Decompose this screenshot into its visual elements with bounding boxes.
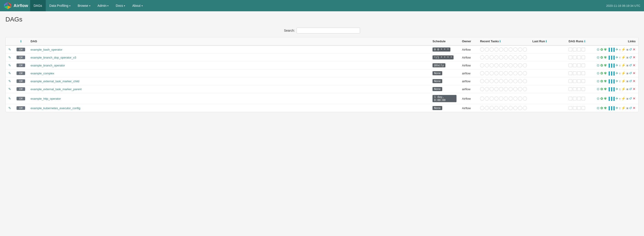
task-circle[interactable] [499, 55, 503, 59]
task-circle[interactable] [508, 55, 513, 59]
gantt-chart-icon[interactable]: ▐▐▐ [608, 87, 615, 91]
tries-icon[interactable]: ⚡ [621, 71, 626, 75]
dag-run-square[interactable] [582, 97, 585, 100]
code-icon[interactable]: ≡ [626, 64, 628, 67]
task-circle[interactable] [513, 71, 518, 75]
landing-times-icon[interactable]: ✈ [616, 63, 618, 67]
task-circle[interactable] [494, 97, 498, 101]
task-duration-icon[interactable]: ↑ [619, 64, 621, 67]
tries-icon[interactable]: ⚡ [621, 63, 626, 67]
graph-view-icon[interactable]: ✾ [604, 106, 607, 110]
nav-item-data-profiling[interactable]: Data Profiling ▾ [46, 0, 74, 11]
graph-view-icon[interactable]: ✾ [604, 79, 607, 83]
dag-link[interactable]: example_branch_dop_operator_v3 [30, 56, 76, 59]
tries-icon[interactable]: ⚡ [621, 87, 626, 91]
delete-icon[interactable]: ✕ [633, 97, 636, 101]
task-circle[interactable] [499, 79, 503, 83]
edit-icon[interactable]: ✎ [8, 71, 11, 75]
nav-item-admin[interactable]: Admin ▾ [94, 0, 112, 11]
code-icon[interactable]: ≡ [626, 97, 628, 101]
refresh-icon[interactable]: ↺ [629, 47, 632, 52]
dag-run-square[interactable] [568, 106, 572, 110]
tries-icon[interactable]: ⚡ [621, 55, 626, 59]
landing-times-icon[interactable]: ✈ [616, 55, 618, 59]
code-icon[interactable]: ≡ [626, 56, 628, 59]
tries-icon[interactable]: ⚡ [621, 79, 626, 83]
task-circle[interactable] [513, 106, 518, 110]
graph-view-icon[interactable]: ✾ [604, 63, 607, 67]
task-circle[interactable] [504, 63, 508, 67]
edit-icon[interactable]: ✎ [8, 56, 11, 59]
edit-icon[interactable]: ✎ [8, 79, 11, 83]
task-duration-icon[interactable]: ↑ [619, 48, 621, 52]
edit-icon[interactable]: ✎ [8, 106, 11, 110]
dag-run-square[interactable] [573, 97, 576, 100]
dag-toggle-button[interactable]: Off [16, 79, 25, 83]
dag-toggle-button[interactable]: Off [16, 48, 25, 51]
dag-run-square[interactable] [573, 64, 576, 67]
task-circle[interactable] [480, 55, 484, 59]
delete-icon[interactable]: ✕ [633, 79, 636, 83]
task-circle[interactable] [504, 55, 508, 59]
trigger-dag-icon[interactable]: ⊙ [597, 106, 600, 110]
dag-run-square[interactable] [582, 48, 585, 51]
trigger-dag-icon[interactable]: ⊙ [597, 63, 600, 67]
task-circle[interactable] [504, 71, 508, 75]
task-circle[interactable] [499, 63, 503, 67]
edit-icon[interactable]: ✎ [8, 97, 11, 100]
dag-toggle-button[interactable]: Off [16, 64, 25, 67]
task-circle[interactable] [504, 79, 508, 83]
task-circle[interactable] [480, 87, 484, 91]
refresh-icon[interactable]: ↺ [629, 71, 632, 75]
trigger-dag-icon[interactable]: ⊙ [597, 47, 600, 52]
tries-icon[interactable]: ⚡ [621, 97, 626, 101]
trigger-dag-icon[interactable]: ⊙ [597, 79, 600, 83]
tries-icon[interactable]: ⚡ [621, 47, 626, 52]
dag-link[interactable]: example_external_task_marker_child [30, 80, 79, 83]
refresh-icon[interactable]: ↺ [629, 97, 632, 101]
dag-run-square[interactable] [577, 71, 581, 75]
dag-link[interactable]: example_external_task_marker_parent [30, 88, 82, 91]
nav-item-about[interactable]: About ▾ [128, 0, 146, 11]
nav-item-docs[interactable]: Docs ▾ [112, 0, 128, 11]
task-circle[interactable] [513, 79, 518, 83]
refresh-icon[interactable]: ↺ [629, 106, 632, 110]
search-input[interactable] [297, 28, 360, 33]
code-icon[interactable]: ≡ [626, 87, 628, 91]
delete-icon[interactable]: ✕ [633, 47, 636, 52]
trigger-dag-icon[interactable]: ⊙ [597, 87, 600, 91]
task-circle[interactable] [485, 97, 489, 101]
tree-view-icon[interactable]: ✿ [600, 79, 603, 83]
task-circle[interactable] [480, 63, 484, 67]
edit-icon[interactable]: ✎ [8, 64, 11, 67]
landing-times-icon[interactable]: ✈ [616, 79, 618, 83]
task-circle[interactable] [499, 71, 503, 75]
dag-run-square[interactable] [582, 64, 585, 67]
task-circle[interactable] [518, 87, 522, 91]
task-circle[interactable] [485, 55, 489, 59]
dag-run-square[interactable] [577, 87, 581, 91]
dag-run-square[interactable] [573, 79, 576, 83]
dag-run-square[interactable] [582, 106, 585, 110]
nav-item-dags[interactable]: DAGs [30, 0, 46, 11]
nav-brand[interactable]: Airflow [4, 1, 28, 10]
dag-link[interactable]: example_kubernetes_executor_config [30, 107, 80, 110]
task-duration-icon[interactable]: ↑ [619, 106, 621, 110]
gantt-chart-icon[interactable]: ▐▐▐ [608, 56, 615, 59]
task-circle[interactable] [490, 63, 494, 67]
dag-run-square[interactable] [582, 87, 585, 91]
task-circle[interactable] [518, 63, 522, 67]
task-circle[interactable] [523, 55, 527, 59]
gantt-chart-icon[interactable]: ▐▐▐ [608, 106, 615, 110]
task-circle[interactable] [513, 87, 518, 91]
delete-icon[interactable]: ✕ [633, 63, 636, 67]
dag-toggle-button[interactable]: Off [16, 71, 25, 75]
task-circle[interactable] [499, 106, 503, 110]
task-circle[interactable] [508, 47, 513, 52]
dag-link[interactable]: example_bash_operator [30, 48, 62, 51]
task-circle[interactable] [504, 106, 508, 110]
landing-times-icon[interactable]: ✈ [616, 97, 618, 101]
task-circle[interactable] [508, 63, 513, 67]
dag-toggle-button[interactable]: Off [16, 97, 25, 100]
dag-run-square[interactable] [573, 106, 576, 110]
